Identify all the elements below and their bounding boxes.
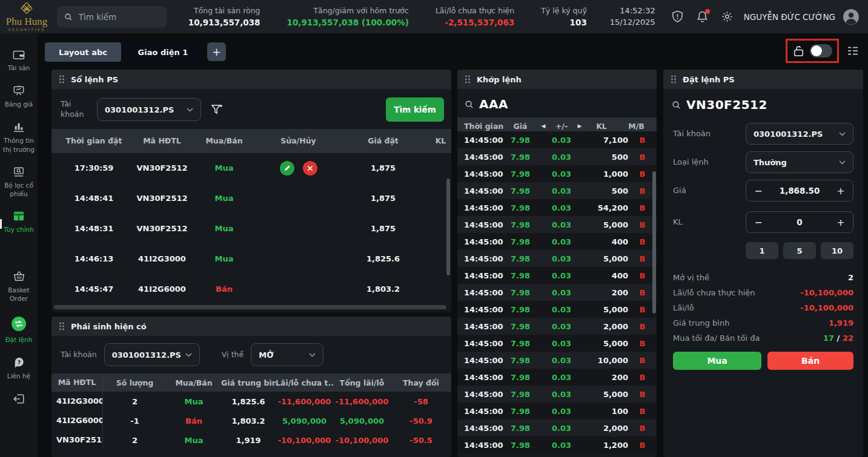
buy-button[interactable]: Mua [673, 352, 761, 370]
price-decrement-button[interactable]: − [754, 185, 763, 197]
column-header[interactable]: KL [430, 136, 451, 146]
matched-row[interactable]: 14:45:007.980.035,000B [457, 301, 657, 318]
column-header[interactable]: Mua/Bán [188, 136, 260, 146]
price-value[interactable]: 1,868.50 [780, 186, 820, 196]
order-book-vertical-scrollbar[interactable] [446, 179, 450, 275]
matched-row[interactable]: 14:45:007.980.03500B [457, 182, 657, 199]
layout-lock-toggle[interactable] [810, 44, 832, 58]
user-avatar[interactable] [843, 8, 860, 25]
order-type-select[interactable]: Thường [746, 151, 853, 173]
sidebar-item-bo-loc-co-phieu[interactable]: Bộ lọc cổ phiếu [0, 166, 38, 198]
positions-row[interactable]: 41I2G6000-1Bán1,803.25,090,0005,090,000-… [51, 411, 451, 430]
qty-decrement-button[interactable]: − [754, 217, 763, 228]
column-header[interactable]: Số lượng [103, 378, 167, 387]
matched-row[interactable]: 14:45:007.980.0354,200B [457, 199, 657, 216]
order-book-horizontal-scrollbar[interactable] [54, 305, 446, 309]
qty-value[interactable]: 0 [797, 217, 802, 227]
matched-row[interactable]: 14:45:007.980.03500B [457, 148, 657, 165]
column-header[interactable]: Sửa/Hủy [260, 136, 336, 146]
matched-row[interactable]: 14:45:007.980.03200B [457, 369, 657, 386]
sidebar-item-bang-gia[interactable]: Bảng giá [0, 85, 38, 108]
column-header[interactable]: Thay đổi [391, 378, 451, 387]
matched-row[interactable]: 14:45:007.980.031,200B [457, 436, 657, 453]
matched-row[interactable]: 14:45:007.980.031,000B [457, 165, 657, 182]
tab-layout-abc[interactable]: Layout abc [45, 42, 121, 62]
sidebar-item-collapse[interactable] [0, 393, 38, 405]
security-shield-icon[interactable] [671, 10, 684, 24]
positions-row[interactable]: 41I2G30002Mua1,825.6-11,600,000-11,600,0… [51, 392, 451, 411]
matched-row[interactable]: 14:45:007.980.03400B [457, 233, 657, 250]
matched-row[interactable]: 14:45:007.980.035,000B [457, 386, 657, 403]
column-header[interactable]: Mã HĐTL [51, 373, 103, 392]
sidebar-item-basket-order[interactable]: Basket Order [0, 271, 38, 303]
notifications-bell-icon[interactable] [696, 10, 709, 24]
column-header[interactable]: Giá đặt [336, 136, 430, 146]
user-name[interactable]: NGUYỄN ĐỨC CƯỜNG [744, 12, 835, 22]
position-select[interactable]: MỞ [251, 343, 323, 366]
panel-title: Đặt lệnh PS [683, 75, 735, 84]
matched-row[interactable]: 14:45:007.980.035,000B [457, 250, 657, 267]
matched-row[interactable]: 14:45:007.980.032,000B [457, 318, 657, 335]
page-left-icon[interactable]: ◀ [536, 123, 551, 129]
drag-handle-icon[interactable] [59, 75, 65, 84]
tab-giao-dien-1[interactable]: Giao diện 1 [125, 42, 201, 62]
entry-symbol-search[interactable]: VN30F2512 [663, 89, 863, 114]
drag-handle-icon[interactable] [465, 75, 471, 84]
drag-handle-icon[interactable] [59, 322, 65, 330]
cell-order-time: 14:45:47 [51, 284, 136, 294]
price-increment-button[interactable]: + [836, 185, 846, 197]
account-select[interactable]: 0301001312.PS [746, 123, 853, 145]
column-header[interactable]: Thời gian đặt [51, 136, 136, 146]
column-header[interactable]: Mã HĐTL [136, 136, 188, 146]
order-book-row[interactable]: 14:48:41VN30F2512Mua1,875 [51, 183, 451, 214]
matched-row[interactable]: 14:45:007.980.03400B [457, 267, 657, 284]
header-stat-value: -2,515,537,063 [436, 18, 514, 27]
order-book-row[interactable]: 14:46:1341I2G3000Mua1,825.6 [51, 244, 451, 274]
cell-price: 7.98 [505, 356, 536, 365]
sidebar-item-tai-san[interactable]: Tài sản [0, 49, 38, 72]
positions-row[interactable]: VN30F25122Mua1,919-10,100,000-10,100,000… [51, 430, 451, 450]
sidebar-item-thong-tin-thi-truong[interactable]: Thông tin thị trường [0, 121, 38, 153]
quick-qty-10[interactable]: 10 [821, 242, 853, 259]
matched-row[interactable]: 14:45:007.980.032,000B [457, 419, 657, 436]
column-header[interactable]: Giá trung bình [221, 378, 276, 387]
column-header[interactable]: Lãi/lỗ chưa t... [276, 378, 333, 387]
order-book-row[interactable]: 14:45:4741I2G6000Bán1,803.2 [51, 274, 451, 304]
matched-row[interactable]: 14:45:007.980.035,000B [457, 216, 657, 233]
column-header[interactable]: Mua/Bán [167, 378, 221, 387]
drag-handle-icon[interactable] [671, 75, 677, 84]
quick-qty-1[interactable]: 1 [746, 242, 778, 259]
entry-stat-part: 2 [848, 273, 853, 282]
account-select[interactable]: 0301001312.PS [97, 98, 201, 121]
matched-row[interactable]: 14:45:007.980.03100B [457, 403, 657, 419]
matched-row[interactable]: 14:45:007.980.037,100B [457, 131, 657, 148]
matched-vertical-scrollbar[interactable] [652, 171, 656, 314]
filter-plus-icon[interactable] [210, 102, 224, 117]
search-button[interactable]: Tìm kiếm [386, 97, 444, 122]
qty-increment-button[interactable]: + [836, 217, 846, 228]
quick-qty-5[interactable]: 5 [783, 242, 816, 259]
matched-row[interactable]: 14:45:007.980.03200B [457, 284, 657, 301]
settings-gear-icon[interactable] [721, 10, 734, 24]
edit-order-icon[interactable] [280, 161, 294, 176]
cell-price: 7.98 [505, 339, 536, 348]
add-layout-button[interactable]: + [207, 42, 226, 61]
matched-row[interactable]: 14:45:007.980.0310,000B [457, 352, 657, 369]
page-right-icon[interactable]: ▶ [572, 123, 587, 129]
order-book-row[interactable]: 14:48:31VN30F2512Mua1,875 [51, 214, 451, 244]
cancel-order-icon[interactable] [303, 161, 317, 176]
global-search-input[interactable] [79, 12, 159, 22]
matched-row[interactable]: 14:45:007.980.035,000B [457, 335, 657, 352]
unlock-icon[interactable] [793, 45, 804, 57]
column-header[interactable]: Tổng lãi/lỗ [333, 378, 391, 387]
sell-button[interactable]: Bán [767, 352, 853, 370]
sidebar-item-lien-he[interactable]: ?Liên hệ [0, 357, 38, 380]
matched-symbol-search[interactable]: AAA [457, 89, 657, 117]
sidebar-item-dat-lenh[interactable]: Đặt lệnh [0, 316, 38, 344]
order-book-row[interactable]: 17:30:59VN30F2512Mua1,875 [51, 153, 451, 183]
entry-stat-value: -10,100,000 [800, 288, 853, 297]
layout-list-icon[interactable] [846, 44, 860, 58]
account-select[interactable]: 0301001312.PS [104, 343, 200, 366]
sidebar-item-tuy-chinh[interactable]: Tùy chỉnh [0, 211, 38, 234]
global-search[interactable] [57, 6, 167, 28]
